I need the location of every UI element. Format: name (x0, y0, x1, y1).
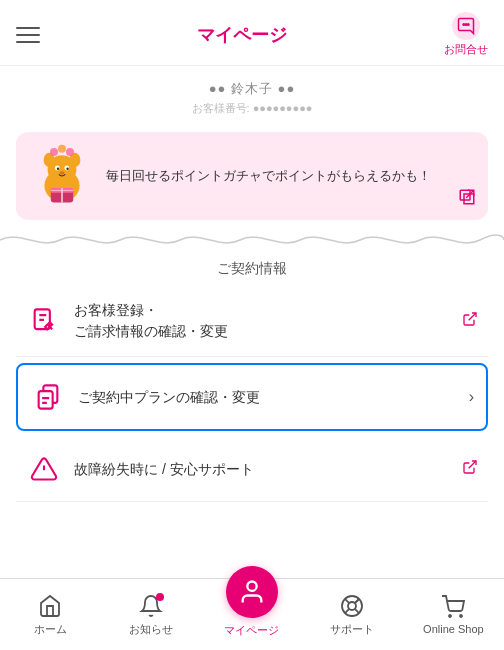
svg-point-30 (348, 602, 356, 610)
nav-label-notifications: お知らせ (129, 622, 173, 637)
svg-point-37 (460, 615, 462, 617)
nav-label-online-shop: Online Shop (423, 623, 484, 635)
svg-point-7 (57, 168, 59, 170)
bell-icon (138, 593, 164, 619)
svg-line-22 (469, 313, 476, 320)
nav-item-support[interactable]: サポート (322, 593, 382, 637)
contact-icon (452, 12, 480, 40)
mypage-active-circle (226, 566, 278, 618)
banner-text: 毎日回せるポイントガチャでポイントがもらえるかも！ (106, 166, 474, 187)
svg-point-8 (66, 168, 68, 170)
profile-sub: お客様番号: ●●●●●●●●● (16, 101, 488, 116)
section-title: ご契約情報 (0, 260, 504, 278)
menu-item-label-plan: ご契約中プランの確認・変更 (78, 387, 469, 408)
menu-item-customer-registration[interactable]: お客様登録・ご請求情報の確認・変更 (16, 286, 488, 357)
banner[interactable]: 毎日回せるポイントガチャでポイントがもらえるかも！ (16, 132, 488, 220)
header: マイページ お問合せ (0, 0, 504, 66)
notification-dot (156, 593, 164, 601)
svg-line-35 (345, 608, 349, 612)
mascot-image (30, 144, 94, 208)
nav-label-home: ホーム (34, 622, 67, 637)
menu-item-trouble-support[interactable]: 故障紛失時に / 安心サポート (16, 437, 488, 502)
support-icon (339, 593, 365, 619)
profile-section: ●● 鈴木子 ●● お客様番号: ●●●●●●●●● (0, 66, 504, 126)
home-icon (37, 593, 63, 619)
menu-item-label-customer: お客様登録・ご請求情報の確認・変更 (74, 300, 462, 342)
svg-point-14 (66, 148, 74, 156)
svg-point-2 (468, 24, 470, 26)
document-edit-icon (26, 303, 62, 339)
profile-name: ●● 鈴木子 ●● (16, 80, 488, 98)
svg-point-9 (60, 171, 65, 174)
contact-label: お問合せ (444, 42, 488, 57)
nav-item-online-shop[interactable]: Online Shop (423, 594, 484, 635)
page-title: マイページ (40, 23, 444, 47)
svg-line-34 (355, 599, 359, 603)
banner-external-icon[interactable] (458, 188, 476, 210)
svg-point-36 (449, 615, 451, 617)
svg-line-27 (469, 461, 476, 468)
warning-icon (26, 451, 62, 487)
svg-point-1 (465, 24, 467, 26)
svg-point-13 (58, 145, 66, 153)
nav-item-home[interactable]: ホーム (20, 593, 80, 637)
wavy-divider (0, 230, 504, 250)
external-link-icon-1 (462, 311, 478, 331)
menu-item-label-trouble: 故障紛失時に / 安心サポート (74, 459, 462, 480)
nav-item-mypage[interactable]: マイページ (222, 582, 282, 638)
menu-list: お客様登録・ご請求情報の確認・変更 ご契約中プランの確認・変更 › (16, 286, 488, 502)
svg-line-32 (355, 608, 359, 612)
nav-label-mypage: マイページ (224, 623, 279, 638)
contact-button[interactable]: お問合せ (444, 12, 488, 57)
svg-line-31 (345, 598, 349, 602)
svg-rect-24 (39, 391, 53, 409)
external-link-icon-3 (462, 459, 478, 479)
svg-point-12 (50, 148, 58, 156)
svg-point-0 (463, 24, 465, 26)
hamburger-menu[interactable] (16, 27, 40, 43)
bottom-navigation: ホーム お知らせ マイページ (0, 578, 504, 650)
cart-icon (440, 594, 466, 620)
nav-item-notifications[interactable]: お知らせ (121, 593, 181, 637)
copy-document-icon (30, 379, 66, 415)
svg-point-28 (247, 581, 256, 590)
nav-label-support: サポート (330, 622, 374, 637)
menu-item-plan-change[interactable]: ご契約中プランの確認・変更 › (16, 363, 488, 431)
chevron-right-icon-plan: › (469, 388, 474, 406)
